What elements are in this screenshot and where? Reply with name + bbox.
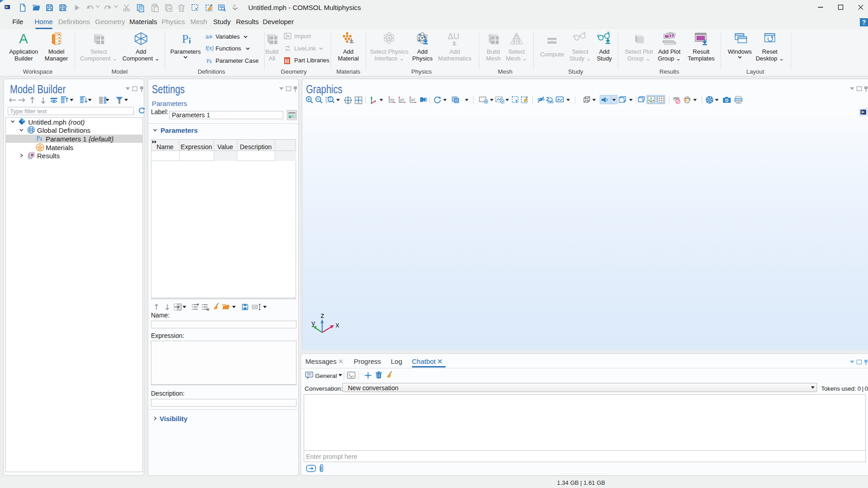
svg-text:P: P: [36, 135, 40, 142]
svg-text:xz: xz: [411, 97, 416, 102]
svg-text:ΔU: ΔU: [448, 32, 459, 41]
svg-text:z: z: [321, 312, 324, 319]
svg-text:x: x: [336, 321, 339, 329]
svg-text:f(x): f(x): [206, 45, 214, 51]
svg-text:xy: xy: [390, 97, 395, 102]
svg-text:P: P: [206, 57, 210, 64]
svg-text:y: y: [311, 319, 315, 327]
svg-text:yz: yz: [400, 97, 405, 102]
svg-text:P: P: [182, 32, 188, 45]
svg-text:A: A: [19, 32, 28, 45]
svg-text:a: a: [206, 34, 209, 40]
